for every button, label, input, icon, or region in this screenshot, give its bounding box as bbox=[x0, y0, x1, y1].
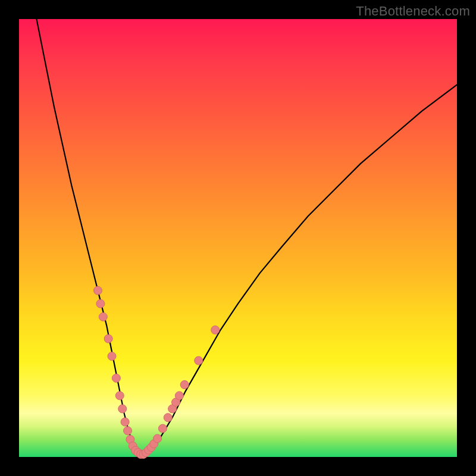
marker-dot bbox=[175, 392, 183, 400]
marker-dot bbox=[104, 334, 112, 343]
marker-dot bbox=[112, 374, 120, 383]
marker-dot bbox=[124, 427, 132, 435]
watermark-text: TheBottleneck.com bbox=[356, 4, 470, 19]
marker-dot bbox=[154, 434, 162, 443]
marker-dot bbox=[121, 418, 129, 426]
chart-frame: TheBottleneck.com bbox=[0, 0, 476, 476]
chart-svg bbox=[19, 19, 457, 457]
marker-dot bbox=[108, 352, 116, 361]
markers bbox=[93, 286, 219, 458]
chart-plot-area bbox=[19, 19, 457, 457]
marker-dot bbox=[118, 405, 127, 413]
marker-dot bbox=[164, 414, 172, 422]
marker-dot bbox=[99, 312, 107, 321]
marker-dot bbox=[158, 424, 167, 433]
marker-dot bbox=[96, 299, 105, 308]
marker-dot bbox=[93, 286, 102, 295]
marker-dot bbox=[180, 381, 189, 389]
bottleneck-curve bbox=[36, 19, 457, 455]
marker-dot bbox=[115, 392, 124, 400]
marker-dot bbox=[195, 356, 203, 365]
marker-dot bbox=[211, 326, 220, 334]
